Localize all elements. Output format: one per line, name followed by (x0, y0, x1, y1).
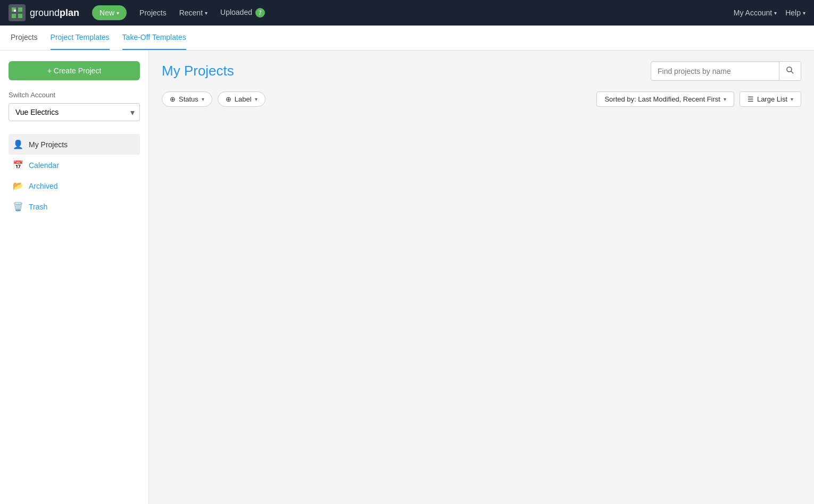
content-header: My Projects (162, 61, 801, 81)
top-nav: groundplan New Projects Recent Uploaded … (0, 0, 814, 26)
nav-uploaded[interactable]: Uploaded 7 (216, 6, 269, 20)
new-button[interactable]: New (92, 5, 127, 20)
sidebar-archived-label: Archived (29, 182, 57, 190)
filter-right: Sorted by: Last Modified, Recent First ☰… (596, 91, 801, 107)
tab-project-templates[interactable]: Project Templates (51, 26, 110, 50)
account-select-wrapper: Vue Electrics ▾ (9, 103, 140, 121)
svg-line-3 (791, 71, 793, 73)
tab-projects[interactable]: Projects (11, 26, 38, 50)
archive-icon: 📂 (13, 181, 23, 191)
nav-projects-link[interactable]: Projects (135, 6, 171, 19)
content-area: My Projects ⊕ Status ⊕ (149, 51, 814, 504)
search-box (651, 61, 801, 81)
page-title: My Projects (162, 63, 234, 79)
view-label: Large List (757, 95, 787, 103)
secondary-nav: Projects Project Templates Take-Off Temp… (0, 26, 814, 51)
label-filter-label: Label (235, 95, 252, 103)
nav-recent-dropdown[interactable]: Recent (179, 9, 207, 17)
sidebar-item-trash[interactable]: 🗑️ Trash (9, 196, 140, 217)
status-filter-label: Status (179, 95, 198, 103)
search-input[interactable] (651, 63, 779, 80)
sidebar: + Create Project Switch Account Vue Elec… (0, 51, 149, 504)
sidebar-trash-label: Trash (29, 203, 47, 211)
sidebar-item-calendar[interactable]: 📅 Calendar (9, 155, 140, 175)
trash-icon: 🗑️ (13, 201, 23, 212)
person-icon: 👤 (13, 139, 23, 149)
filter-left: ⊕ Status ⊕ Label (162, 91, 265, 107)
search-button[interactable] (779, 62, 801, 80)
sidebar-calendar-label: Calendar (29, 161, 59, 170)
logo-text: groundplan (30, 7, 79, 19)
view-icon: ☰ (747, 95, 754, 103)
filter-bar: ⊕ Status ⊕ Label Sorted by: Last Modifie… (162, 91, 801, 107)
label-filter-icon: ⊕ (226, 95, 231, 103)
view-button[interactable]: ☰ Large List (740, 91, 801, 107)
sidebar-my-projects-label: My Projects (29, 140, 68, 149)
create-project-button[interactable]: + Create Project (9, 61, 140, 80)
status-filter-button[interactable]: ⊕ Status (162, 91, 212, 107)
sort-label: Sorted by: Last Modified, Recent First (604, 95, 720, 103)
label-filter-button[interactable]: ⊕ Label (218, 91, 265, 107)
help-dropdown[interactable]: Help (785, 9, 805, 17)
account-select[interactable]: Vue Electrics (9, 103, 140, 121)
switch-account-label: Switch Account (9, 91, 140, 99)
nav-right: My Account Help (734, 9, 805, 17)
sidebar-item-my-projects[interactable]: 👤 My Projects (9, 134, 140, 155)
svg-point-2 (787, 67, 792, 72)
main-container: + Create Project Switch Account Vue Elec… (0, 51, 814, 504)
tab-takeoff-templates[interactable]: Take-Off Templates (122, 26, 186, 50)
status-filter-icon: ⊕ (170, 95, 176, 103)
sidebar-item-archived[interactable]: 📂 Archived (9, 175, 140, 196)
my-account-dropdown[interactable]: My Account (734, 9, 777, 17)
sort-button[interactable]: Sorted by: Last Modified, Recent First (596, 91, 734, 107)
svg-rect-1 (9, 4, 26, 21)
uploaded-badge: 7 (255, 8, 265, 18)
logo: groundplan (9, 4, 79, 21)
calendar-icon: 📅 (13, 160, 23, 170)
